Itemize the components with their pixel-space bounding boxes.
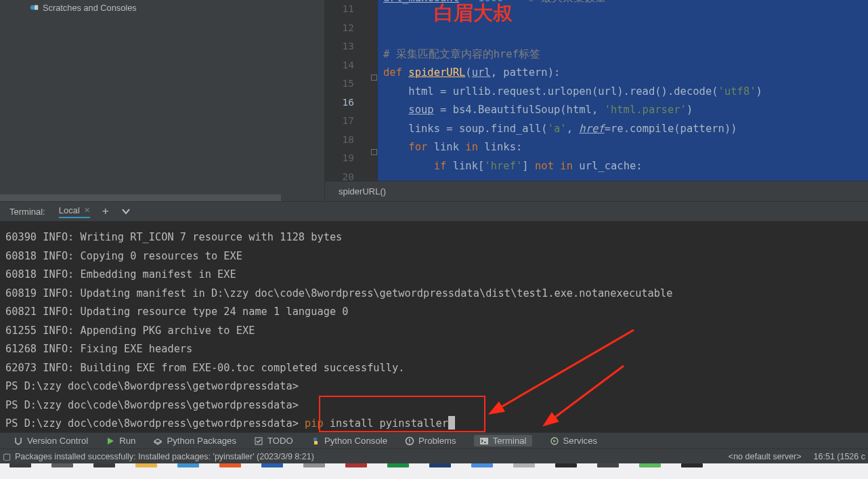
taskbar-item[interactable] <box>387 463 409 467</box>
status-caret-position[interactable]: 16:51 (1526 c <box>814 452 865 461</box>
tool-label: Services <box>563 436 598 446</box>
sidebar-item-label: Scratches and Consoles <box>43 3 137 13</box>
tool-label: Problems <box>418 436 456 446</box>
tool-problems[interactable]: Problems <box>405 436 456 446</box>
code-line[interactable]: html = urllib.request.urlopen(url).read(… <box>378 83 868 102</box>
taskbar-item[interactable] <box>177 463 199 467</box>
gutter-line-number: 13 <box>325 37 378 56</box>
gutter-line-number: 18 <box>325 131 378 150</box>
sidebar-item-scratches[interactable]: Scratches and Consoles <box>0 1 324 14</box>
status-message: Packages installed successfully: Install… <box>15 452 314 461</box>
tool-label: Version Control <box>27 436 88 446</box>
fold-minus-icon[interactable] <box>371 149 377 155</box>
taskbar-item[interactable] <box>555 463 577 467</box>
python-icon <box>311 436 320 446</box>
taskbar-item[interactable] <box>135 463 157 467</box>
svg-rect-8 <box>480 438 488 444</box>
vcs-icon <box>14 436 23 446</box>
terminal-line: 60821 INFO: Updating resource type 24 na… <box>5 303 863 322</box>
terminal-output[interactable]: 60390 INFO: Writing RT_ICON 7 resource w… <box>0 222 868 432</box>
terminal-line: PS D:\zzy doc\code\8wordpress\getwordpre… <box>5 396 863 415</box>
taskbar-item[interactable] <box>639 463 661 467</box>
terminal-line: 61268 INFO: Fixing EXE headers <box>5 340 863 359</box>
code-line[interactable] <box>378 26 868 45</box>
terminal-title: Terminal: <box>9 207 45 217</box>
code-line[interactable]: links = soup.find_all('a', href=re.compi… <box>378 120 868 139</box>
services-icon <box>550 436 559 446</box>
code-line[interactable]: url_maxCount = 1000 # 最大采集数量 <box>378 0 868 8</box>
code-line[interactable]: def spiderURL(url, pattern): <box>378 64 868 83</box>
taskbar-item[interactable] <box>429 463 451 467</box>
code-line[interactable]: soup = bs4.BeautifulSoup(html, 'html.par… <box>378 101 868 120</box>
taskbar-item[interactable] <box>513 463 535 467</box>
tool-label: Terminal <box>493 436 527 446</box>
problems-icon <box>405 436 414 446</box>
terminal-tab-local[interactable]: Local ✕ <box>59 205 90 218</box>
gutter-line-number: 11 <box>325 0 378 19</box>
terminal-tab-label: Local <box>59 205 80 215</box>
taskbar-item[interactable] <box>345 463 367 467</box>
taskbar-item[interactable] <box>261 463 283 467</box>
terminal-caret <box>448 416 455 430</box>
sidebar-scrollbar-thumb[interactable] <box>0 194 281 201</box>
taskbar-item[interactable] <box>597 463 619 467</box>
terminal-line: 60819 INFO: Updating manifest in D:\zzy … <box>5 285 863 304</box>
terminal-line: 60818 INFO: Embedding manifest in EXE <box>5 266 863 285</box>
editor-selection-area[interactable]: url_maxCount = 1000 # 最大采集数量 # 采集匹配文章内容的… <box>378 0 868 181</box>
terminal-line: 61255 INFO: Appending PKG archive to EXE <box>5 322 863 341</box>
tool-label: TODO <box>267 436 293 446</box>
svg-rect-1 <box>35 5 38 10</box>
status-expand-icon[interactable]: ▢ <box>3 451 11 461</box>
taskbar-item[interactable] <box>219 463 241 467</box>
terminal-icon <box>479 436 489 446</box>
close-icon[interactable]: ✕ <box>84 206 90 215</box>
gutter-line-number-current: 16 <box>325 93 378 112</box>
tool-run[interactable]: Run <box>106 436 135 446</box>
sidebar-horizontal-scrollbar[interactable] <box>0 194 324 201</box>
terminal-panel[interactable]: Terminal: Local ✕ + 60390 INFO: Writing … <box>0 201 868 432</box>
editor-panel[interactable]: 11 12 13 14 15 16 17 18 19 20 url_maxCou… <box>325 0 868 201</box>
code-line[interactable]: for link in links: <box>378 138 868 157</box>
breadcrumb-item[interactable]: spiderURL() <box>339 186 386 196</box>
tool-version-control[interactable]: Version Control <box>14 436 88 446</box>
tool-window-bar[interactable]: Version Control Run Python Packages TODO… <box>0 432 868 449</box>
tool-terminal[interactable]: Terminal <box>474 435 532 446</box>
add-terminal-button[interactable]: + <box>102 205 109 218</box>
terminal-tab-bar[interactable]: Terminal: Local ✕ + <box>0 201 868 222</box>
terminal-line: 60818 INFO: Copying 0 resources to EXE <box>5 247 863 266</box>
play-icon <box>106 436 115 446</box>
tool-todo[interactable]: TODO <box>254 436 293 446</box>
code-line[interactable]: # 采集匹配文章内容的href标签 <box>378 45 868 64</box>
taskbar-item[interactable] <box>9 463 31 467</box>
code-line[interactable]: if link['href'] not in url_cache: <box>378 157 868 176</box>
tool-python-console[interactable]: Python Console <box>311 436 387 446</box>
taskbar-item[interactable] <box>93 463 115 467</box>
breadcrumb[interactable]: spiderURL() <box>325 181 868 201</box>
tool-python-packages[interactable]: Python Packages <box>153 436 236 446</box>
status-bar[interactable]: ▢ Packages installed successfully: Insta… <box>0 449 868 463</box>
code-line[interactable] <box>378 8 868 27</box>
svg-point-0 <box>30 5 35 10</box>
terminal-line: 60390 INFO: Writing RT_ICON 7 resource w… <box>5 228 863 247</box>
gutter-line-number: 19 <box>325 149 378 168</box>
tool-label: Python Packages <box>167 436 236 446</box>
tool-label: Python Console <box>324 436 387 446</box>
sidebar-panel[interactable]: Scratches and Consoles <box>0 0 325 201</box>
tool-services[interactable]: Services <box>550 436 598 446</box>
tool-label: Run <box>119 436 135 446</box>
os-taskbar[interactable] <box>0 463 868 479</box>
chevron-down-icon[interactable] <box>121 207 131 216</box>
status-server[interactable]: <no default server> <box>729 452 802 461</box>
taskbar-item[interactable] <box>471 463 493 467</box>
fold-minus-icon[interactable] <box>371 75 377 81</box>
gutter-line-number: 14 <box>325 56 378 75</box>
taskbar-item[interactable] <box>681 463 703 467</box>
taskbar-item[interactable] <box>51 463 73 467</box>
terminal-line: 62073 INFO: Building EXE from EXE-00.toc… <box>5 359 863 378</box>
terminal-input-line[interactable]: PS D:\zzy doc\code\8wordpress\getwordpre… <box>5 415 863 432</box>
editor-gutter: 11 12 13 14 15 16 17 18 19 20 <box>325 0 378 181</box>
taskbar-item[interactable] <box>303 463 325 467</box>
terminal-line: PS D:\zzy doc\code\8wordpress\getwordpre… <box>5 377 863 396</box>
gutter-line-number: 17 <box>325 112 378 131</box>
packages-icon <box>153 436 162 446</box>
